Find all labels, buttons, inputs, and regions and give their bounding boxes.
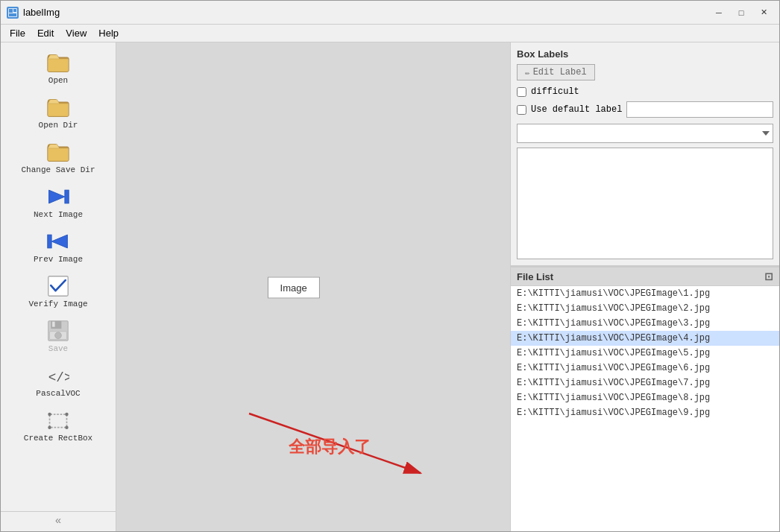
menu-item-edit[interactable]: Edit (31, 26, 60, 40)
file-list-resize-icon: ⊡ (764, 270, 773, 282)
file-item[interactable]: E:\KITTI\jiamusi\VOC\JPEGImage\8.jpg (511, 390, 779, 405)
difficult-row: difficult (517, 86, 773, 97)
maximize-button[interactable]: □ (732, 5, 751, 20)
svg-text:</>: </> (48, 370, 69, 385)
canvas-area: Image 全部导入了 (116, 42, 511, 532)
svg-rect-5 (65, 190, 69, 203)
use-default-label-checkbox[interactable] (517, 105, 526, 115)
open-icon (46, 51, 70, 75)
default-label-row: Use default label (517, 101, 773, 118)
default-label-input[interactable] (626, 101, 773, 118)
pascalvoc-label: PascalVOC (36, 389, 80, 398)
next-image-icon (46, 185, 70, 209)
right-panel: Box Labels ✏ Edit Label difficult Use de… (511, 42, 779, 532)
next-image-button[interactable]: Next Image (10, 181, 107, 223)
svg-rect-2 (13, 9, 16, 12)
file-list-header: File List ⊡ (511, 267, 779, 286)
edit-label-button[interactable]: ✏ Edit Label (517, 64, 595, 80)
file-list-title: File List (517, 271, 553, 282)
pascalvoc-button[interactable]: </> PascalVOC (10, 360, 107, 402)
svg-point-17 (65, 413, 68, 416)
use-default-label-text: Use default label (531, 104, 622, 115)
box-labels-title: Box Labels (517, 48, 773, 60)
svg-point-16 (48, 413, 51, 416)
app-title: labelImg (23, 7, 709, 18)
file-item[interactable]: E:\KITTI\jiamusi\VOC\JPEGImage\2.jpg (511, 301, 779, 316)
menu-item-file[interactable]: File (4, 26, 31, 40)
file-list-container[interactable]: E:\KITTI\jiamusi\VOC\JPEGImage\1.jpgE:\K… (511, 286, 779, 532)
verify-image-label: Verify Image (28, 300, 87, 308)
prev-image-button[interactable]: Prev Image (10, 226, 107, 267)
change-save-dir-icon (46, 140, 70, 164)
file-item[interactable]: E:\KITTI\jiamusi\VOC\JPEGImage\9.jpg (511, 405, 779, 420)
open-label: Open (48, 76, 68, 85)
annotation-text: 全部导入了 (289, 436, 371, 458)
svg-point-18 (48, 426, 51, 429)
change-save-dir-label: Change Save Dir (21, 165, 95, 174)
next-image-label: Next Image (34, 210, 83, 219)
save-icon (46, 319, 70, 343)
file-item[interactable]: E:\KITTI\jiamusi\VOC\JPEGImage\4.jpg (511, 331, 779, 346)
toolbar: Open Open Dir (1, 42, 116, 532)
edit-pencil-icon: ✏ (525, 68, 530, 77)
svg-rect-15 (50, 414, 67, 428)
svg-marker-6 (51, 235, 67, 248)
create-rect-box-button[interactable]: Create RectBox (10, 405, 107, 446)
svg-point-13 (55, 332, 62, 339)
minimize-button[interactable]: ─ (709, 5, 729, 20)
toolbar-collapse: « (1, 511, 116, 530)
prev-image-icon (46, 229, 70, 253)
close-button[interactable]: ✕ (754, 5, 773, 20)
create-rect-box-label: Create RectBox (24, 434, 92, 443)
svg-rect-7 (48, 235, 51, 248)
label-dropdown[interactable] (517, 124, 773, 143)
menu-item-view[interactable]: View (60, 26, 92, 40)
file-item[interactable]: E:\KITTI\jiamusi\VOC\JPEGImage\1.jpg (511, 286, 779, 301)
open-dir-label: Open Dir (39, 121, 78, 130)
open-dir-button[interactable]: Open Dir (10, 92, 107, 133)
app-icon (7, 7, 19, 19)
difficult-label: difficult (531, 86, 579, 97)
svg-rect-3 (9, 13, 16, 16)
svg-rect-1 (9, 9, 13, 13)
file-item[interactable]: E:\KITTI\jiamusi\VOC\JPEGImage\6.jpg (511, 361, 779, 376)
file-item[interactable]: E:\KITTI\jiamusi\VOC\JPEGImage\7.jpg (511, 376, 779, 390)
save-label: Save (48, 344, 68, 353)
box-labels-section: Box Labels ✏ Edit Label difficult Use de… (511, 42, 779, 267)
open-dir-icon (46, 95, 70, 119)
save-button[interactable]: Save (10, 315, 107, 357)
labels-list-area (517, 148, 773, 259)
open-button[interactable]: Open (10, 47, 107, 89)
verify-image-icon (46, 274, 70, 298)
image-placeholder: Image (268, 277, 320, 299)
title-bar: labelImg ─ □ ✕ (1, 1, 779, 25)
file-list-section: File List ⊡ E:\KITTI\jiamusi\VOC\JPEGIma… (511, 267, 779, 532)
main-layout: Open Open Dir (1, 42, 779, 532)
create-rect-box-icon (46, 408, 70, 432)
change-save-dir-button[interactable]: Change Save Dir (10, 136, 107, 178)
prev-image-label: Prev Image (34, 255, 83, 264)
window-controls: ─ □ ✕ (709, 5, 773, 20)
file-item[interactable]: E:\KITTI\jiamusi\VOC\JPEGImage\5.jpg (511, 346, 779, 361)
collapse-icon[interactable]: « (55, 515, 61, 527)
menu-bar: FileEditViewHelp (1, 25, 779, 42)
verify-image-button[interactable]: Verify Image (10, 270, 107, 312)
svg-marker-4 (49, 190, 65, 203)
file-item[interactable]: E:\KITTI\jiamusi\VOC\JPEGImage\3.jpg (511, 316, 779, 331)
difficult-checkbox[interactable] (517, 87, 526, 97)
menu-item-help[interactable]: Help (92, 26, 125, 40)
pascalvoc-icon: </> (46, 364, 70, 387)
svg-rect-11 (52, 322, 55, 327)
svg-point-19 (65, 426, 68, 429)
